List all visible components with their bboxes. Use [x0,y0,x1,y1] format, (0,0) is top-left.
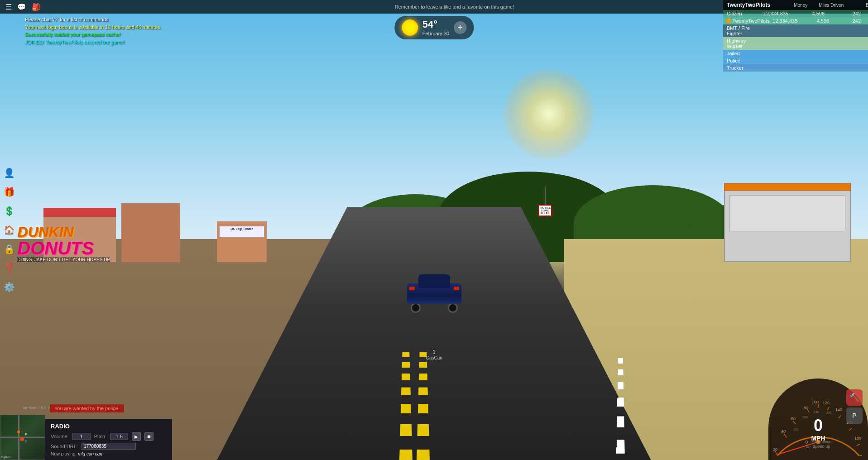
lb-row-citizen: Citizen 12,334,835 4,596 242 [723,10,868,17]
building-right-main [724,190,851,262]
menu-icon[interactable]: ☰ [5,3,12,11]
svg-text:80: 80 [804,406,808,410]
speedo-kmh: Q - Slow down E - Speed up [801,440,835,449]
minimap-label-d: D [25,440,27,443]
minimap-location: ngton [1,455,10,459]
minimap: ngton D F [0,415,45,460]
radio-now-playing: Now playing: mlg can can [51,451,167,456]
lb-row-player: TwentyTwoPilots 12,334,835 4,596 242 [723,17,868,24]
leaderboard: TwentyTwoPilots Money Miles Driven Bount… [723,0,868,72]
svg-text:40: 40 [781,429,786,434]
lb-row-bmt: BMT / Fire Fighter [723,24,868,37]
sidebar-item-lock[interactable]: 🔒 [0,240,18,258]
svg-line-7 [849,428,852,431]
top-bar-left: ☰ 💬 🎒 [0,3,41,11]
svg-text:120: 120 [823,401,830,405]
current-player-name: TwentyTwoPilots [727,2,770,8]
svg-text:140: 140 [835,407,842,412]
player-car [407,277,461,313]
tool-icon-p[interactable]: P [846,407,863,424]
bag-icon[interactable]: 🎒 [32,3,41,11]
svg-text:160: 160 [793,428,799,431]
weather-widget: 54° February 30 + [394,16,474,39]
radio-volume-row: Volume: Pitch: ▶ ⏹ [51,432,167,441]
radio-volume-input[interactable] [72,433,91,440]
chat-line-4: JOINED: TwentyTwoPilots entered the game… [25,38,170,46]
svg-line-8 [857,444,860,446]
col-money: Money [775,3,811,8]
leaderboard-column-headers: Money Miles Driven Bounty [775,3,868,8]
gascan-item: 1 GasCan [426,349,442,360]
speedo-speed-value: 0 [802,416,834,435]
leaderboard-header: TwentyTwoPilots Money Miles Driven Bount… [723,0,868,10]
wanted-banner: You are wanted by the police. [50,404,124,412]
car-taillight-left [409,287,415,290]
gascan-count: 1 [426,349,442,355]
radio-stop-button[interactable]: ⏹ [144,432,153,441]
radio-play-button[interactable]: ▶ [132,432,141,441]
car-roof [418,274,450,288]
sidebar-item-settings[interactable]: ⚙️ [0,278,18,296]
sidebar-item-house[interactable]: 🏠 [0,221,18,239]
sidebar-item-money[interactable]: 💲 [0,202,18,220]
lb-row-highway: Highway Worker [723,37,868,50]
building-left-3: Dr. Legi Timate [217,221,267,262]
svg-text:240: 240 [814,410,819,413]
minimap-label-f: F [25,433,27,436]
lb-row-police: Police [723,57,868,64]
radio-url-label: Sound URL: [51,444,78,449]
weather-plus-button[interactable]: + [454,21,466,34]
svg-text:280: 280 [826,411,832,414]
car-wheel-left [411,303,421,313]
sun-glow [504,69,594,159]
left-sidebar: 👤 🎁 💲 🏠 🔒 ❓ ⚙️ [0,160,18,300]
col-bounty: Bounty [847,3,868,8]
weather-sun-icon [402,19,418,36]
radio-pitch-label: Pitch: [94,434,107,439]
lb-row-jailed: Jailed [723,50,868,57]
chat-line-1: Please chat '/?' for a list of commands [25,16,170,24]
radio-title: RADIO [51,423,167,430]
chat-line-2: Your next login bonus is available in 13… [25,24,170,31]
svg-text:60: 60 [791,417,796,421]
svg-text:100: 100 [812,400,819,404]
chat-line-3: Successfully loaded your gamepass cache! [25,31,170,38]
svg-line-1 [784,434,786,437]
gascan-label: GasCan [426,355,442,360]
lb-row-trucker: Trucker [723,64,868,72]
chat-icon[interactable]: 💬 [17,3,26,11]
radio-url-input[interactable] [82,443,136,450]
road-sign: NOTICESOME RULES [538,187,552,216]
radio-pitch-input[interactable] [110,433,128,440]
radio-song-title: mlg can can [78,451,102,456]
svg-line-2 [793,421,796,424]
radio-url-row: Sound URL: [51,443,167,450]
sidebar-item-gifts[interactable]: 🎁 [0,183,18,201]
svg-text:20: 20 [773,447,777,452]
player-icon [727,19,731,23]
tool-icon-hammer[interactable]: 🔨 [846,389,863,406]
col-miles: Miles Driven [811,3,847,8]
chat-area: Please chat '/?' for a list of commands … [25,16,170,46]
building-left-1 [43,217,116,262]
version-text: Version 2.6.2.2 [23,406,50,410]
svg-line-6 [839,416,841,418]
radio-panel: RADIO Volume: Pitch: ▶ ⏹ Sound URL: Now … [45,419,172,460]
radio-volume-label: Volume: [51,434,69,439]
sidebar-item-character[interactable]: 👤 [0,164,18,182]
minimap-road-v [18,415,19,460]
weather-temperature: 54° February 30 [422,19,449,37]
car-taillight-right [454,287,459,290]
sidebar-item-help[interactable]: ❓ [0,259,18,277]
svg-line-5 [827,407,829,410]
car-wheel-right [448,303,458,313]
building-left-2 [121,203,180,262]
svg-text:180: 180 [854,436,861,441]
